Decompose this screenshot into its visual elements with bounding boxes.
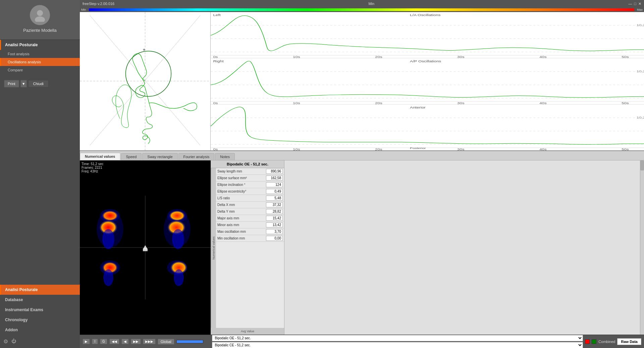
svg-text:20s: 20s [375,148,382,150]
tab-fourier-analysis[interactable]: Fourier analysis [178,153,215,160]
numerical-header: Bipodalic OE - 51,2 sec. [211,160,284,168]
svg-text:10s: 10s [293,101,300,104]
avg-value-label: Avg Value [241,330,254,333]
svg-point-66 [174,269,184,286]
svg-text:10,2mm: 10,2mm [637,70,644,73]
numerical-row-0: Sway length mm890,96 [216,168,284,175]
svg-text:10s: 10s [293,148,300,150]
transport-forward[interactable]: ▶▶ [131,339,141,344]
numerical-row-1: Ellipse surface mm²162,58 [216,175,284,182]
window-title: Min [368,2,374,6]
tabs-bar: Numerical values Speed Sway rectangle Fo… [80,151,644,160]
bar-min-label: Min [80,8,88,11]
sidebar-main-addon[interactable]: Addon [0,325,80,335]
svg-text:0s: 0s [213,101,218,104]
transport-g[interactable]: G [100,339,107,344]
numerical-label-6: Delta Y mm [217,210,266,213]
main-content: freeStep v.2.00.016 Min — □ ✕ Min Max + [80,0,644,348]
svg-text:40s: 40s [539,148,547,150]
sidebar-item-oscillations-analysis[interactable]: Oscillations analysis [0,58,80,66]
close-icon[interactable]: ✕ [638,2,641,6]
transport-stop[interactable]: I [92,339,98,344]
numerical-label-7: Major axis mm [217,216,266,220]
sway-panel: + [80,12,211,150]
color-bar [89,8,634,11]
chiudi-button[interactable]: Chiudi [28,80,49,87]
numerical-value-0: 890,96 [266,169,283,174]
tab-numerical-values[interactable]: Numerical values [80,153,120,160]
svg-text:20s: 20s [375,101,382,104]
tab-notes[interactable]: Notes [215,153,235,160]
tab-speed[interactable]: Speed [121,153,142,160]
svg-point-63 [102,229,114,249]
transport-play[interactable]: ▶ [83,339,90,344]
pressure-heatmap [80,160,211,335]
raw-data-button[interactable]: Raw Data [617,338,641,345]
bottom-toolbar: ▶ I G ◀◀ ◀ ▶▶ ▶▶▶ Global Bipodalic OE - … [80,335,644,348]
svg-text:A/P Oscillations: A/P Oscillations [410,60,441,63]
sidebar-item-foot-analysis[interactable]: Foot analysis [0,50,80,58]
print-button[interactable]: Print [4,80,19,87]
svg-text:30s: 30s [457,101,465,104]
pressure-frames: Frames: 2221 [82,166,103,169]
numerical-row-10: Min oscillation mm0,00 [216,235,284,242]
top-section: + 0s [80,12,644,151]
sidebar-main-analisi[interactable]: Analisi Posturale [0,285,80,295]
svg-point-53 [169,210,185,221]
print-dropdown[interactable]: ▼ [20,80,27,87]
pressure-info: Time: 51,2 sec Frames: 2221 Freq: 43Hz [82,162,103,173]
maximize-icon[interactable]: □ [634,2,636,6]
progress-bar [176,340,203,343]
sidebar-main-chronology[interactable]: Chronology [0,315,80,325]
svg-text:20s: 20s [375,55,382,58]
sidebar-top: Paziente Modella [0,0,80,40]
numerical-label-1: Ellipse surface mm² [217,176,266,180]
minimize-icon[interactable]: — [628,2,632,6]
numerical-panel: Bipodalic OE - 51,2 sec. Numerical value… [211,160,284,335]
svg-text:Left: Left [213,13,221,16]
sidebar-spacer [0,90,80,285]
numerical-side-label: Numerical values [211,168,216,328]
numerical-row-6: Delta Y mm28,82 [216,208,284,215]
svg-text:10,2mm: 10,2mm [637,116,644,119]
ap-oscillation-chart-bottom: 0s 10s 20s 30s 40s 50s 10,2mm Anterior P… [211,105,644,150]
window-controls: — □ ✕ [628,2,641,6]
svg-rect-58 [143,249,148,251]
ap-oscillation-chart-top: 0s 10s 20s 30s 40s 50s 10,2mm Right A/P … [211,58,644,105]
numerical-rows-container: Sway length mm890,96Ellipse surface mm²1… [216,168,284,328]
svg-text:30s: 30s [457,148,465,150]
sidebar-item-compare[interactable]: Compare [0,66,80,74]
selector-2[interactable]: Bipodalic CE - 51,2 sec. [212,342,583,348]
print-area: Print ▼ Chiudi [0,77,80,90]
transport-end[interactable]: ▶▶▶ [143,339,156,344]
color-bar-container: Min Max [80,7,644,12]
svg-point-49 [102,210,118,221]
scrollbar-thumb[interactable] [640,160,644,170]
right-empty-panel [284,160,644,335]
patient-name: Paziente Modella [23,28,57,33]
gear-icon[interactable]: ⚙ [3,338,8,345]
numerical-label-10: Min oscillation mm [217,236,266,240]
sidebar-main-instrumental[interactable]: Instrumental Exams [0,305,80,315]
tab-sway-rectangle[interactable]: Sway rectangle [142,153,177,160]
numerical-row-2: Ellipse inclination °124 [216,182,284,188]
transport-rewind[interactable]: ◀◀ [109,339,119,344]
svg-point-64 [172,229,184,249]
power-icon[interactable]: ⏻ [11,338,16,345]
la-oscillation-chart: 0s 10s 20s 30s 40s 50s 10,2mm Left L/A O… [211,12,644,58]
svg-text:10s: 10s [293,55,300,58]
numerical-value-10: 0,00 [266,236,283,241]
transport-back[interactable]: ◀ [121,339,129,344]
numerical-row-7: Major axis mm15,42 [216,215,284,222]
numerical-label-2: Ellipse inclination ° [217,183,266,187]
scrollbar[interactable] [640,160,644,335]
numerical-label-3: Ellipse eccentricity° [217,190,266,193]
svg-text:Posterior: Posterior [410,147,426,150]
selector-1[interactable]: Bipodalic OE - 51,2 sec. [212,335,583,341]
numerical-value-3: 0,49 [266,189,283,194]
sidebar-main-database[interactable]: Database [0,295,80,305]
numerical-label-0: Sway length mm [217,169,266,173]
svg-text:30s: 30s [457,55,465,58]
sway-plot: + [80,12,210,150]
numerical-row-8: Minor axis mm13,42 [216,222,284,228]
